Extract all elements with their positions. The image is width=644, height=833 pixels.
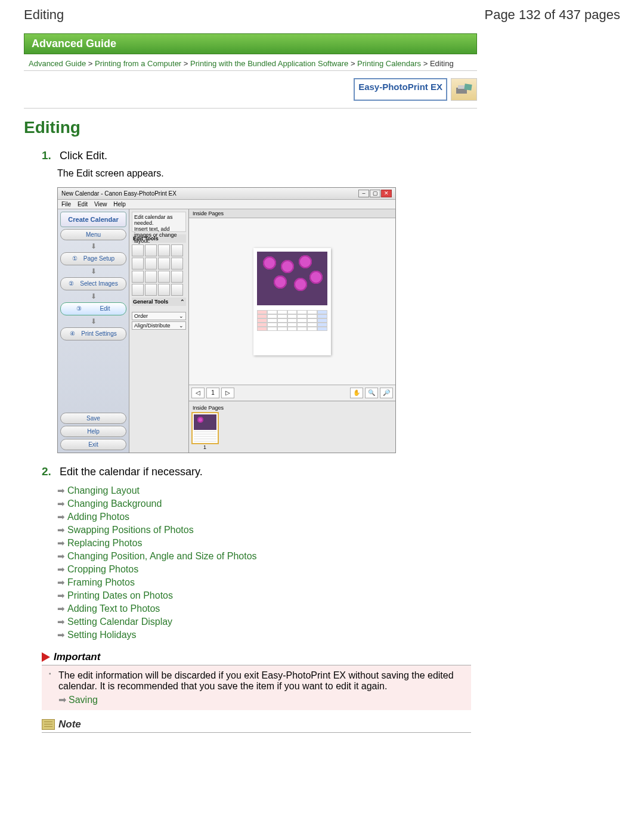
- edit-link[interactable]: Setting Holidays: [67, 630, 137, 640]
- zoom-out-button[interactable]: 🔎: [380, 388, 393, 398]
- close-button[interactable]: ✕: [381, 190, 392, 197]
- arrow-right-icon: ➡: [57, 512, 65, 522]
- wizard-step-menu[interactable]: Menu: [60, 229, 126, 240]
- svg-rect-1: [458, 85, 465, 89]
- tool-button[interactable]: [158, 258, 170, 270]
- general-tools-label: General Tools ⌃: [132, 298, 186, 306]
- arrow-right-icon: ➡: [57, 617, 65, 627]
- page-title: Editing: [24, 118, 620, 137]
- tool-button[interactable]: [145, 258, 157, 270]
- calendar-photo: [257, 252, 327, 305]
- wizard-step-select-images[interactable]: ② Select Images: [60, 277, 126, 290]
- edit-link[interactable]: Replacing Photos: [67, 538, 142, 549]
- edit-link[interactable]: Cropping Photos: [67, 564, 138, 575]
- edit-link[interactable]: Adding Photos: [67, 512, 129, 522]
- arrow-right-icon: ➡: [58, 694, 66, 705]
- maximize-button[interactable]: ▢: [370, 190, 380, 197]
- zoom-in-button[interactable]: 🔍: [365, 388, 378, 398]
- arrow-right-icon: ➡: [57, 564, 65, 575]
- page-thumbnail[interactable]: [191, 412, 219, 444]
- order-dropdown[interactable]: Order⌄: [132, 312, 186, 320]
- inside-pages-tab[interactable]: Inside Pages: [189, 209, 395, 218]
- arrow-right-icon: ➡: [57, 551, 65, 562]
- tool-button[interactable]: [171, 258, 183, 270]
- align-dropdown[interactable]: Align/Distribute⌄: [132, 321, 186, 330]
- tool-button[interactable]: [158, 244, 170, 256]
- svg-rect-2: [464, 83, 472, 91]
- crumb-link[interactable]: Printing Calendars: [357, 59, 421, 68]
- tool-button[interactable]: [145, 284, 157, 296]
- next-page-button[interactable]: ▷: [221, 388, 234, 398]
- important-text: The edit information will be discarded i…: [58, 670, 454, 691]
- arrow-down-icon: ⬇: [60, 267, 126, 275]
- calendar-page[interactable]: [253, 248, 331, 355]
- tool-button[interactable]: [171, 244, 183, 256]
- crumb-sep: >: [184, 59, 188, 68]
- step-text: Click Edit.: [60, 150, 107, 162]
- guide-banner: Advanced Guide: [24, 33, 477, 54]
- tool-button[interactable]: [132, 258, 144, 270]
- thumbnails-label: Inside Pages: [191, 404, 393, 412]
- page-topic: Editing: [24, 7, 64, 23]
- wizard-step-print-settings[interactable]: ④ Print Settings: [60, 327, 126, 340]
- crumb-sep: >: [351, 59, 355, 68]
- arrow-down-icon: ⬇: [60, 317, 126, 326]
- tool-button[interactable]: [158, 284, 170, 296]
- wizard-step-edit[interactable]: ③ Edit: [60, 302, 126, 315]
- help-button[interactable]: Help: [60, 426, 126, 437]
- edit-link[interactable]: Setting Calendar Display: [67, 617, 172, 627]
- important-icon: [42, 652, 50, 662]
- step-number: 2.: [42, 465, 57, 478]
- printer-photo-icon: [451, 78, 477, 101]
- menu-item[interactable]: File: [61, 201, 71, 208]
- crumb-sep: >: [88, 59, 93, 68]
- canvas-area[interactable]: [189, 218, 395, 385]
- arrow-right-icon: ➡: [57, 498, 65, 509]
- edit-link[interactable]: Changing Position, Angle and Size of Pho…: [67, 551, 257, 562]
- hint-panel: Edit calendar as needed. Insert text, ad…: [132, 212, 186, 232]
- edit-link[interactable]: Changing Background: [67, 498, 162, 509]
- tool-button[interactable]: [145, 271, 157, 283]
- menu-item[interactable]: Help: [113, 201, 126, 208]
- edit-link[interactable]: Changing Layout: [67, 485, 140, 496]
- crumb-link[interactable]: Printing from a Computer: [95, 59, 181, 68]
- wizard-step-page-setup[interactable]: ① Page Setup: [60, 252, 126, 265]
- crumb-link[interactable]: Printing with the Bundled Application So…: [190, 59, 348, 68]
- arrow-right-icon: ➡: [57, 525, 65, 535]
- tool-button[interactable]: [171, 271, 183, 283]
- thumbnail-number: 1: [191, 444, 219, 450]
- menu-item[interactable]: Edit: [78, 201, 88, 208]
- tool-button[interactable]: [171, 284, 183, 296]
- page-indicator: Page 132 of 437 pages: [484, 7, 620, 23]
- menu-item[interactable]: View: [94, 201, 107, 208]
- wizard-header: Create Calendar: [60, 212, 126, 227]
- important-label: Important: [54, 651, 100, 663]
- minimize-button[interactable]: –: [358, 190, 369, 197]
- saving-link[interactable]: Saving: [69, 695, 98, 705]
- step-subtext: The Edit screen appears.: [57, 168, 620, 179]
- app-screenshot: New Calendar - Canon Easy-PhotoPrint EX …: [57, 187, 396, 453]
- edit-link[interactable]: Framing Photos: [67, 577, 135, 588]
- tool-button[interactable]: [158, 271, 170, 283]
- tool-button[interactable]: [132, 284, 144, 296]
- save-button[interactable]: Save: [60, 413, 126, 424]
- page-number: 1: [206, 388, 219, 398]
- crumb-sep: >: [423, 59, 428, 68]
- prev-page-button[interactable]: ◁: [191, 388, 205, 398]
- arrow-right-icon: ➡: [57, 538, 65, 549]
- tool-button[interactable]: [132, 244, 144, 256]
- exit-button[interactable]: Exit: [60, 439, 126, 450]
- arrow-down-icon: ⬇: [60, 242, 126, 250]
- edit-link[interactable]: Swapping Positions of Photos: [67, 525, 194, 535]
- edit-link[interactable]: Adding Text to Photos: [67, 603, 160, 614]
- menu-bar: File Edit View Help: [58, 200, 395, 209]
- hand-tool-button[interactable]: ✋: [350, 388, 363, 398]
- note-icon: [42, 719, 55, 730]
- tool-button[interactable]: [145, 244, 157, 256]
- arrow-right-icon: ➡: [57, 630, 65, 640]
- tool-button[interactable]: [132, 271, 144, 283]
- arrow-right-icon: ➡: [57, 577, 65, 588]
- edit-link[interactable]: Printing Dates on Photos: [67, 590, 173, 601]
- breadcrumb: Advanced Guide > Printing from a Compute…: [24, 57, 477, 71]
- crumb-link[interactable]: Advanced Guide: [29, 59, 86, 68]
